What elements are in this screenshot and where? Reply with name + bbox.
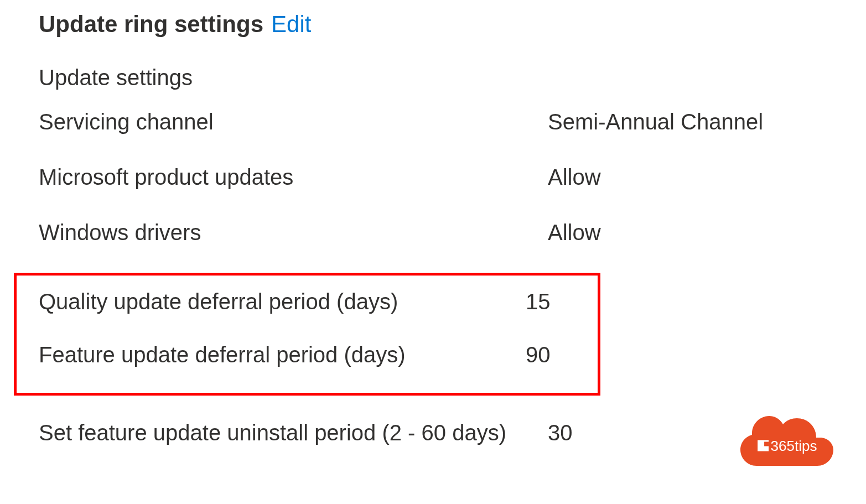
- setting-label: Windows drivers: [39, 217, 548, 247]
- setting-row-windows-drivers: Windows drivers Allow: [39, 217, 827, 247]
- setting-value: 90: [526, 340, 551, 370]
- logo-text: 365tips: [758, 437, 817, 454]
- setting-value: Semi-Annual Channel: [548, 107, 763, 137]
- logo-365tips: 365tips: [739, 407, 836, 474]
- setting-row-microsoft-product-updates: Microsoft product updates Allow: [39, 162, 827, 192]
- setting-value: Allow: [548, 162, 601, 192]
- setting-label: Feature update deferral period (days): [39, 340, 526, 370]
- edit-link[interactable]: Edit: [271, 11, 311, 38]
- setting-row-uninstall-period: Set feature update uninstall period (2 -…: [39, 418, 827, 448]
- section-title: Update ring settings: [39, 11, 263, 38]
- setting-value: 30: [548, 418, 573, 448]
- setting-row-feature-update-deferral: Feature update deferral period (days) 90: [39, 340, 598, 370]
- subsection-title: Update settings: [39, 65, 827, 90]
- setting-label: Servicing channel: [39, 107, 548, 137]
- office-icon: [758, 440, 769, 451]
- highlight-box: Quality update deferral period (days) 15…: [14, 273, 600, 396]
- setting-row-quality-update-deferral: Quality update deferral period (days) 15: [39, 287, 598, 316]
- setting-value: 15: [526, 287, 551, 316]
- logo-label: 365tips: [771, 437, 817, 454]
- setting-label: Quality update deferral period (days): [39, 287, 526, 316]
- setting-label: Microsoft product updates: [39, 162, 548, 192]
- setting-row-servicing-channel: Servicing channel Semi-Annual Channel: [39, 107, 827, 137]
- setting-label: Set feature update uninstall period (2 -…: [39, 418, 548, 448]
- setting-value: Allow: [548, 217, 601, 247]
- section-header: Update ring settings Edit: [39, 11, 827, 38]
